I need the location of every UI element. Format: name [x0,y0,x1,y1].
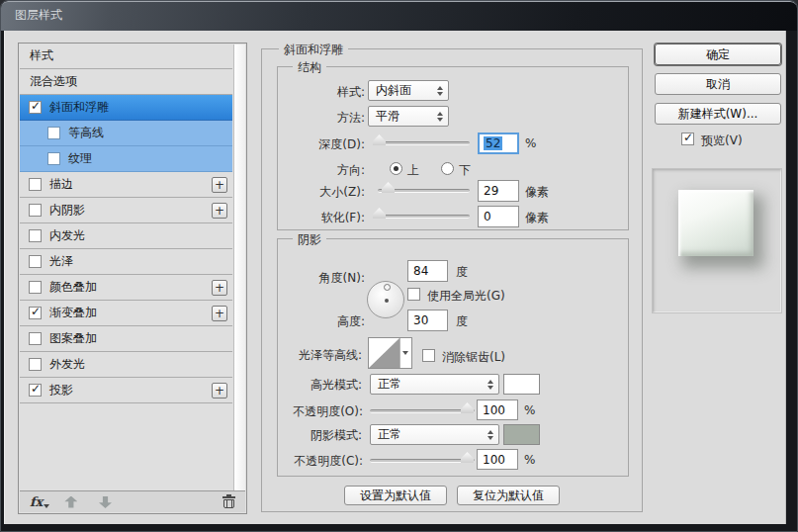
styles-list-toolbar: fx [20,490,245,512]
new-style-button[interactable]: 新建样式(W)... [655,103,781,125]
highlight-opacity-slider[interactable] [370,409,475,413]
highlight-color-swatch[interactable] [503,374,540,395]
dial-center-dot [385,299,389,303]
plus-icon[interactable]: + [212,177,227,193]
structure-legend: 结构 [293,59,326,76]
sidebar-item-color-overlay[interactable]: 颜色叠加 + [20,275,232,301]
plus-icon[interactable]: + [212,383,227,399]
checkbox-icon[interactable] [29,332,42,345]
global-light-checkbox[interactable] [407,288,420,301]
highlight-mode-label: 高光模式: [253,377,362,394]
delete-trash-icon[interactable] [222,494,235,508]
preview-label: 预览(V) [701,133,743,149]
plus-icon[interactable]: + [212,203,227,219]
depth-label: 深度(D): [256,136,365,153]
checkbox-icon[interactable] [47,152,60,165]
move-up-icon[interactable] [64,496,77,508]
stepper-arrows-icon [437,86,443,96]
fx-menu-icon[interactable]: fx [30,494,43,509]
shadow-opacity-input[interactable]: 100 [477,449,518,470]
sidebar-item-label: 颜色叠加 [49,279,97,296]
sidebar-item-outer-glow[interactable]: 外发光 [20,352,232,378]
size-label: 大小(Z): [256,184,365,201]
plus-icon[interactable]: + [212,306,227,321]
highlight-mode-value: 正常 [378,376,401,393]
shadow-opacity-label: 不透明度(C): [246,453,363,470]
antialias-label: 消除锯齿(L) [442,349,505,366]
sidebar-item-satin[interactable]: 光泽 [20,249,232,275]
depth-slider[interactable] [378,141,470,145]
highlight-opacity-input[interactable]: 100 [477,399,518,420]
checkbox-icon[interactable] [29,204,42,217]
depth-input[interactable]: 52 [478,133,519,154]
move-down-icon[interactable] [99,496,112,508]
preview-checkbox[interactable] [681,133,694,145]
sidebar-item-stroke[interactable]: 描边 + [20,172,232,198]
dial-angle-marker[interactable] [384,284,391,291]
make-default-button[interactable]: 设置为默认值 [344,486,447,505]
stepper-arrows-icon [488,430,493,440]
size-input[interactable]: 29 [478,180,519,202]
cancel-button[interactable]: 取消 [655,73,781,95]
sidebar-item-contour[interactable]: 等高线 [20,121,232,146]
sidebar-item-label: 外发光 [49,356,85,373]
checkbox-icon[interactable] [29,384,42,397]
technique-value: 平滑 [376,108,399,125]
shadow-opacity-value: 100 [483,453,505,467]
shadow-mode-select[interactable]: 正常 [370,424,499,445]
sidebar-item-label: 混合选项 [30,73,77,90]
checkbox-icon[interactable] [29,255,42,268]
sidebar-item-texture[interactable]: 纹理 [20,146,232,172]
sidebar-item-label: 内发光 [49,227,85,244]
plus-icon[interactable]: + [212,280,227,296]
sidebar-item-label: 渐变叠加 [49,305,97,321]
shadow-color-swatch[interactable] [503,424,540,445]
antialias-checkbox[interactable] [422,349,435,362]
altitude-input[interactable]: 30 [407,310,448,331]
checkbox-icon[interactable] [29,307,42,319]
angle-dial[interactable] [367,281,404,318]
technique-select[interactable]: 平滑 [368,106,449,127]
highlight-mode-select[interactable]: 正常 [370,374,499,395]
sidebar-item-pattern-overlay[interactable]: 图案叠加 [20,326,232,352]
shadow-opacity-slider[interactable] [370,459,475,463]
dialog-title: 图层样式 [15,8,62,22]
soften-unit: 像素 [525,210,549,226]
altitude-label: 高度: [256,313,365,330]
sidebar-item-drop-shadow[interactable]: 投影 + [20,378,232,403]
sidebar-item-styles[interactable]: 样式 [20,44,232,69]
direction-down-radio[interactable] [441,162,454,175]
sidebar-item-inner-glow[interactable]: 内发光 [20,223,232,249]
chevron-down-icon [402,351,408,355]
angle-input[interactable]: 84 [407,260,448,282]
highlight-opacity-unit: % [524,403,535,417]
soften-value: 0 [484,210,491,223]
sidebar-item-bevel-emboss[interactable]: 斜面和浮雕 [20,95,232,121]
checkbox-icon[interactable] [29,229,42,242]
sidebar-item-inner-shadow[interactable]: 内阴影 + [20,198,232,223]
sidebar-item-label: 样式 [30,47,53,64]
checkbox-icon[interactable] [29,178,42,191]
title-bar[interactable]: 图层样式 [1,1,797,31]
direction-up-radio[interactable] [390,162,402,175]
checkbox-icon[interactable] [29,281,42,294]
gloss-contour-picker[interactable] [368,337,412,369]
size-unit: 像素 [525,184,549,201]
altitude-unit: 度 [456,313,468,330]
checkbox-icon[interactable] [29,358,42,371]
reset-default-button[interactable]: 复位为默认值 [457,486,560,505]
technique-label: 方法: [266,110,365,127]
checkbox-icon[interactable] [47,127,60,139]
ok-button[interactable]: 确定 [655,44,781,65]
angle-value: 84 [413,264,428,278]
styles-list-scrollbar[interactable] [233,44,245,490]
soften-input[interactable]: 0 [478,206,519,227]
soften-slider[interactable] [378,215,470,219]
depth-unit: % [525,136,536,150]
sidebar-item-gradient-overlay[interactable]: 渐变叠加 + [20,301,232,326]
direction-up-label: 上 [407,162,419,179]
checkbox-icon[interactable] [29,101,42,114]
style-select[interactable]: 内斜面 [368,80,449,101]
sidebar-item-blending-options[interactable]: 混合选项 [20,69,232,95]
highlight-opacity-label: 不透明度(O): [246,403,363,420]
